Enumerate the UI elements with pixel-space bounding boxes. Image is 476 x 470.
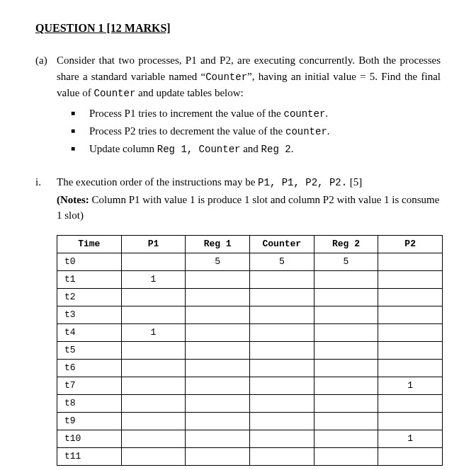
cell-p1: [121, 430, 186, 447]
bullet-item: ■ Process P2 tries to decrement the valu…: [71, 123, 441, 139]
bullet-text: Process P2 tries to decrement the value …: [89, 123, 330, 139]
subpart-i-post: [5]: [347, 176, 362, 188]
cell-p1: [121, 341, 186, 359]
subpart-i-pre: The execution order of the instructions …: [57, 176, 258, 188]
cell-time: t0: [57, 253, 122, 270]
bullet-item: ■ Process P1 tries to increment the valu…: [71, 105, 441, 122]
cell-reg2: [314, 341, 378, 359]
cell-p2: 1: [378, 430, 443, 447]
bullet-list: ■ Process P1 tries to increment the valu…: [71, 105, 441, 157]
cell-reg1: [186, 394, 250, 412]
cell-counter: [249, 377, 314, 394]
cell-reg2: [314, 412, 378, 430]
question-heading: QUESTION 1 [12 MARKS]: [35, 20, 441, 37]
col-time: Time: [57, 235, 122, 253]
cell-p2: [378, 270, 443, 288]
cell-time: t2: [57, 288, 122, 306]
bullet-code: counter: [284, 108, 326, 120]
cell-time: t4: [57, 323, 122, 341]
counter-code-1: Counter: [205, 71, 247, 83]
cell-reg2: 5: [314, 253, 378, 270]
table-row: t2: [57, 288, 443, 306]
cell-counter: [249, 270, 314, 288]
cell-p2: [378, 341, 443, 359]
cell-p2: [378, 359, 443, 377]
col-p2: P2: [378, 235, 443, 253]
cell-p2: [378, 253, 443, 270]
cell-p1: [121, 447, 186, 465]
cell-reg2: [314, 270, 378, 288]
cell-counter: [249, 412, 314, 430]
execution-table: Time P1 Reg 1 Counter Reg 2 P2 t0555t11t…: [57, 235, 443, 466]
cell-counter: [249, 447, 314, 465]
col-counter: Counter: [249, 235, 314, 253]
subpart-i-code: P1, P1, P2, P2.: [258, 177, 347, 188]
cell-reg2: [314, 430, 378, 447]
table-row: t11: [57, 447, 443, 465]
subpart-i-text: The execution order of the instructions …: [57, 174, 441, 190]
cell-p1: [121, 412, 186, 430]
cell-counter: [249, 359, 314, 377]
cell-reg1: [186, 359, 250, 377]
cell-p1: [121, 306, 186, 323]
bullet-pre: Process P1 tries to increment the value …: [89, 108, 284, 119]
cell-p2: 1: [378, 377, 443, 394]
cell-reg2: [314, 377, 378, 394]
cell-time: t3: [57, 306, 122, 323]
cell-p1: [121, 377, 186, 394]
cell-p1: [121, 253, 186, 270]
bullet-mid: and: [240, 143, 261, 154]
cell-p2: [378, 323, 443, 341]
cell-reg2: [314, 323, 378, 341]
table-header-row: Time P1 Reg 1 Counter Reg 2 P2: [57, 235, 443, 253]
part-a: (a) Consider that two processes, P1 and …: [35, 52, 441, 159]
table-row: t9: [57, 412, 443, 430]
col-reg2: Reg 2: [314, 235, 378, 253]
bullet-code: Reg 1, Counter: [157, 144, 241, 155]
cell-time: t11: [57, 447, 122, 465]
bullet-post: .: [325, 108, 328, 119]
cell-reg1: [186, 323, 250, 341]
note-body: Column P1 with value 1 is produce 1 slot…: [57, 194, 439, 222]
table-row: t101: [57, 430, 443, 447]
cell-reg1: [186, 306, 250, 323]
bullet-code: counter: [285, 126, 327, 137]
cell-p1: [121, 288, 186, 306]
cell-p2: [378, 306, 443, 323]
cell-counter: [249, 306, 314, 323]
part-a-text: Consider that two processes, P1 and P2, …: [57, 52, 441, 101]
cell-reg1: [186, 430, 250, 447]
part-a-body: Consider that two processes, P1 and P2, …: [57, 52, 441, 159]
cell-time: t10: [57, 430, 122, 447]
cell-reg1: [186, 447, 250, 465]
table-row: t3: [57, 306, 443, 323]
table-row: t8: [57, 394, 443, 412]
cell-time: t6: [57, 359, 122, 377]
cell-time: t7: [57, 377, 122, 394]
subpart-i: i. The execution order of the instructio…: [35, 174, 441, 224]
cell-p2: [378, 288, 443, 306]
cell-reg1: [186, 288, 250, 306]
cell-time: t9: [57, 412, 122, 430]
cell-counter: [249, 288, 314, 306]
cell-p2: [378, 412, 443, 430]
cell-counter: [249, 341, 314, 359]
bullet-code2: Reg 2: [261, 144, 291, 155]
cell-reg1: [186, 377, 250, 394]
cell-reg1: [186, 270, 250, 288]
cell-reg2: [314, 447, 378, 465]
subpart-i-note: (Notes: Column P1 with value 1 is produc…: [57, 192, 441, 224]
cell-reg1: 5: [186, 253, 250, 270]
col-p1: P1: [121, 235, 186, 253]
cell-time: t8: [57, 394, 122, 412]
bullet-text: Update column Reg 1, Counter and Reg 2.: [89, 141, 293, 157]
cell-reg2: [314, 288, 378, 306]
cell-reg1: [186, 341, 250, 359]
part-a-text-3: and update tables below:: [135, 87, 243, 98]
table-row: t0555: [57, 253, 443, 270]
table-row: t11: [57, 270, 443, 288]
table-row: t41: [57, 323, 443, 341]
square-bullet-icon: ■: [71, 141, 89, 156]
cell-counter: [249, 394, 314, 412]
square-bullet-icon: ■: [71, 123, 89, 139]
